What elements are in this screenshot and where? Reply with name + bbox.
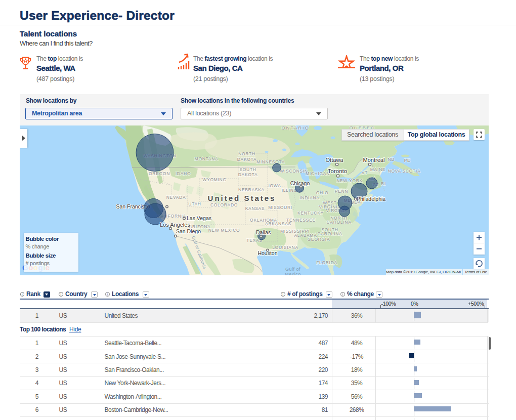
svg-text:MONTANA: MONTANA bbox=[195, 156, 219, 161]
svg-text:NB: NB bbox=[388, 157, 394, 162]
svg-text:Toronto: Toronto bbox=[328, 168, 347, 174]
svg-text:INDIANA: INDIANA bbox=[299, 195, 319, 200]
svg-text:NEW MEXICO: NEW MEXICO bbox=[208, 228, 240, 233]
svg-text:NORTH: NORTH bbox=[238, 151, 255, 156]
svg-text:MISSOURI: MISSOURI bbox=[268, 205, 292, 210]
svg-text:MICHIGAN: MICHIGAN bbox=[306, 171, 330, 176]
svg-text:KENTUCKY: KENTUCKY bbox=[297, 211, 324, 216]
svg-text:UTAH: UTAH bbox=[188, 201, 201, 206]
svg-text:OREGON: OREGON bbox=[149, 171, 170, 176]
svg-text:MINNESOTA: MINNESOTA bbox=[256, 159, 285, 164]
svg-text:Los Angeles: Los Angeles bbox=[160, 222, 190, 228]
svg-text:TENNESSEE: TENNESSEE bbox=[286, 218, 316, 223]
svg-text:Gulf of: Gulf of bbox=[285, 267, 300, 272]
svg-text:VT: VT bbox=[362, 170, 368, 175]
svg-text:GEORGIA: GEORGIA bbox=[308, 237, 330, 242]
svg-text:SOUTH: SOUTH bbox=[239, 167, 256, 172]
svg-text:CAROLINA: CAROLINA bbox=[326, 220, 351, 225]
svg-text:WISCONSIN: WISCONSIN bbox=[280, 169, 308, 174]
svg-text:ONTARIO: ONTARIO bbox=[281, 125, 309, 131]
svg-text:San Diego: San Diego bbox=[176, 228, 201, 234]
svg-text:FLORIDA: FLORIDA bbox=[316, 260, 337, 265]
svg-text:PENN: PENN bbox=[335, 189, 348, 194]
svg-text:Dallas: Dallas bbox=[256, 229, 271, 235]
svg-text:WYOMING: WYOMING bbox=[202, 177, 226, 182]
svg-text:United States: United States bbox=[208, 194, 276, 202]
svg-text:NOVA SCOTIA: NOVA SCOTIA bbox=[388, 169, 421, 174]
svg-text:COLORADO: COLORADO bbox=[210, 202, 238, 207]
svg-text:DAKOTA: DAKOTA bbox=[238, 172, 258, 177]
svg-text:IOWA: IOWA bbox=[268, 183, 281, 188]
svg-text:NEBRASKA: NEBRASKA bbox=[238, 187, 265, 192]
svg-text:IDAHO: IDAHO bbox=[176, 171, 191, 176]
svg-text:LOUISIANA: LOUISIANA bbox=[272, 245, 298, 250]
svg-text:Chicago: Chicago bbox=[290, 180, 310, 186]
svg-text:NEVADA: NEVADA bbox=[166, 195, 186, 200]
svg-text:DAKOTA: DAKOTA bbox=[237, 157, 257, 162]
svg-text:OHIO: OHIO bbox=[316, 190, 329, 195]
svg-text:MAINE: MAINE bbox=[370, 167, 385, 172]
svg-text:CAROLINA: CAROLINA bbox=[317, 231, 342, 236]
svg-text:Ottawa: Ottawa bbox=[326, 157, 344, 163]
svg-text:Mexico: Mexico bbox=[285, 272, 301, 275]
svg-text:PE: PE bbox=[404, 158, 411, 163]
svg-text:KANSAS: KANSAS bbox=[245, 206, 265, 211]
svg-text:RI: RI bbox=[381, 181, 386, 186]
svg-text:Montreal: Montreal bbox=[363, 157, 385, 163]
svg-text:NEW YORK: NEW YORK bbox=[336, 178, 363, 183]
svg-text:Las Vegas: Las Vegas bbox=[187, 215, 211, 221]
svg-text:Philadelphia: Philadelphia bbox=[357, 196, 385, 202]
